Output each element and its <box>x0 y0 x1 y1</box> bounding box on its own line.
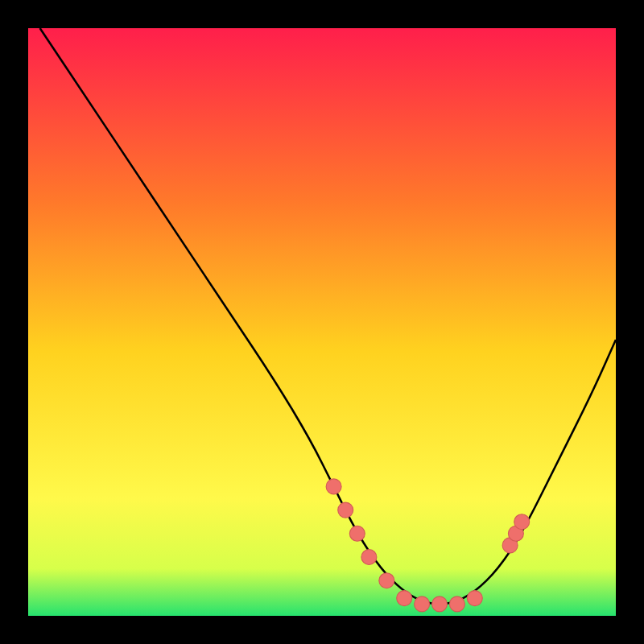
marker-dot <box>338 502 353 518</box>
marker-dot <box>397 591 412 606</box>
chart-stage: TheBottleneck.com <box>0 0 644 644</box>
plot-frame <box>0 0 644 644</box>
marker-dot <box>349 526 365 541</box>
bottleneck-curve <box>40 28 616 604</box>
marker-dot <box>379 573 394 588</box>
curve-layer <box>28 28 616 616</box>
marker-dot <box>432 597 448 612</box>
marker-dots <box>326 479 530 612</box>
gradient-panel <box>28 28 616 616</box>
marker-dot <box>326 479 341 494</box>
marker-dot <box>415 597 430 612</box>
marker-dot <box>449 597 464 612</box>
marker-dot <box>467 591 482 606</box>
marker-dot <box>514 514 530 530</box>
marker-dot <box>361 550 377 565</box>
